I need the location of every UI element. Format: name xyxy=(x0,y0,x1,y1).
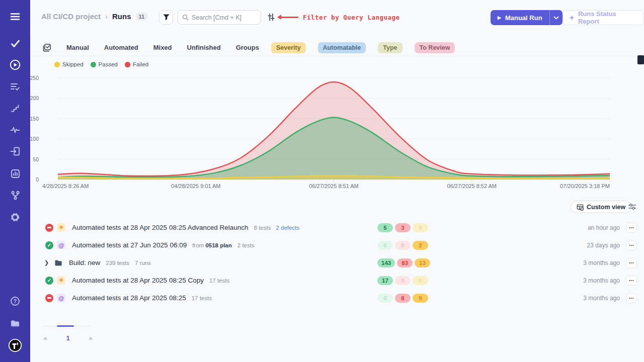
run-title: Automated tests at 28 Apr 2025 08:25 xyxy=(72,294,186,302)
x-tick-label: 06/27/2025 8:51 AM xyxy=(309,183,358,189)
divider xyxy=(30,56,644,56)
runs-list: ✳ Automated tests at 28 Apr 2025 08:25 A… xyxy=(42,219,637,307)
header: All CI/CD project › Runs 11 Filter by Qu… xyxy=(30,0,644,35)
tab-automated[interactable]: Automated xyxy=(104,44,138,51)
filter-badge-to-review[interactable]: To Review xyxy=(415,42,455,53)
run-meta: 7 runs xyxy=(135,260,151,266)
select-all-icon[interactable] xyxy=(42,43,51,52)
play-icon: ▶ xyxy=(498,15,501,20)
run-row[interactable]: ✳ Automated tests at 28 Apr 2025 08:25 A… xyxy=(42,219,637,236)
x-tick-label: 4/28/2025 8:26 AM xyxy=(42,183,89,189)
x-tick-label: 07/20/2025 3:18 PM xyxy=(560,183,610,189)
in-progress-icon: ✳ xyxy=(57,276,65,285)
more-actions-button[interactable]: ••• xyxy=(626,276,637,286)
run-meta: 239 tests xyxy=(106,260,129,266)
defects-link[interactable]: 2 defects xyxy=(276,225,299,231)
tests-check-icon[interactable] xyxy=(0,36,30,51)
run-row[interactable]: ✓ ✳ Automated tests at 28 Apr 2025 08:25… xyxy=(42,272,637,289)
analytics-chart-icon[interactable] xyxy=(0,166,30,181)
scrollbar-thumb[interactable] xyxy=(637,55,644,64)
run-row[interactable]: @ Automated tests at 28 Apr 2025 08:25 1… xyxy=(42,289,637,307)
run-from-plan: from 0518 plan xyxy=(192,242,232,248)
sidebar: ? xyxy=(0,0,30,362)
group-row[interactable]: ❯ Build: new 239 tests7 runs 1438313 3 m… xyxy=(42,254,637,272)
app-window: ? All CI/CD project › Runs 11 Filter by … xyxy=(0,0,644,362)
folder-icon xyxy=(54,259,62,266)
x-tick-label: 04/28/2025 9:01 AM xyxy=(171,183,220,189)
more-actions-button[interactable]: ••• xyxy=(626,223,637,233)
red-count-pill: 0 xyxy=(395,276,411,285)
import-icon[interactable] xyxy=(0,144,30,159)
y-tick-150: 150 xyxy=(30,116,39,122)
annotation: Filter by Query Language xyxy=(278,14,400,21)
chart-plot[interactable] xyxy=(58,77,610,183)
menu-icon[interactable] xyxy=(0,9,30,24)
run-title: Automated tests at 28 Apr 2025 08:25 Adv… xyxy=(72,224,249,231)
filter-badge-type[interactable]: Type xyxy=(378,42,402,53)
search-box[interactable] xyxy=(178,10,261,25)
pagination-divider xyxy=(42,326,91,326)
runs-chart: SkippedPassedFailed 050100150200250 4/28… xyxy=(42,59,610,194)
search-input[interactable] xyxy=(192,14,252,21)
projects-folder-icon[interactable] xyxy=(0,316,30,331)
y-tick-100: 100 xyxy=(30,136,39,142)
run-row[interactable]: ✓ @ Automated tests at 27 Jun 2025 06:09… xyxy=(42,236,637,254)
plans-list-check-icon[interactable] xyxy=(0,79,30,94)
y-tick-0: 0 xyxy=(36,176,39,183)
breadcrumb-separator: › xyxy=(105,13,108,21)
tab-groups[interactable]: Groups xyxy=(236,44,259,51)
manual-run-label: Manual Run xyxy=(505,14,542,22)
y-tick-250: 250 xyxy=(30,75,39,81)
tab-unfinished[interactable]: Unfinished xyxy=(187,44,221,51)
svg-text:?: ? xyxy=(14,298,17,304)
tab-mixed[interactable]: Mixed xyxy=(153,44,172,51)
green-count-pill: 0 xyxy=(377,294,393,303)
query-language-filter-icon[interactable] xyxy=(267,13,275,23)
list-settings-sliders-icon[interactable] xyxy=(628,203,636,212)
filter-badge-severity[interactable]: Severity xyxy=(271,42,306,53)
tabs-row: ManualAutomatedMixedUnfinishedGroupsSeve… xyxy=(30,39,644,56)
result-count-pills: 089 xyxy=(377,294,428,303)
yellow-count-pill: 0 xyxy=(413,223,428,232)
runs-play-icon[interactable] xyxy=(0,57,30,72)
breadcrumb-project[interactable]: All CI/CD project xyxy=(41,12,101,21)
legend-label: Failed xyxy=(133,61,148,67)
annotation-arrow-icon xyxy=(278,17,298,18)
manual-run-dropdown-button[interactable] xyxy=(549,10,562,25)
legend-item-failed: Failed xyxy=(125,61,148,67)
result-count-pills: 530 xyxy=(377,223,428,232)
in-progress-icon: ✳ xyxy=(57,223,65,232)
pagination-next-button[interactable]: » xyxy=(88,334,94,342)
app-logo[interactable] xyxy=(0,338,30,353)
settings-gear-icon[interactable] xyxy=(0,210,30,225)
run-timestamp: an hour ago xyxy=(588,224,620,231)
pagination: « 1 » xyxy=(42,326,103,342)
filter-badge-automatable[interactable]: Automatable xyxy=(318,42,366,53)
pagination-page-1[interactable]: 1 xyxy=(59,334,76,342)
more-actions-button[interactable]: ••• xyxy=(626,293,637,303)
manual-run-main[interactable]: ▶ Manual Run xyxy=(491,10,549,25)
status-passed-icon: ✓ xyxy=(45,277,53,285)
automated-run-icon: @ xyxy=(57,241,65,249)
result-count-pills: 1700 xyxy=(377,276,428,285)
steps-icon[interactable] xyxy=(0,101,30,116)
yellow-count-pill: 2 xyxy=(413,241,428,250)
red-count-pill: 8 xyxy=(395,294,411,303)
funnel-icon xyxy=(163,14,170,21)
manual-run-button[interactable]: ▶ Manual Run xyxy=(491,10,562,25)
tab-manual[interactable]: Manual xyxy=(66,44,89,51)
filter-funnel-button[interactable] xyxy=(159,10,173,25)
expand-chevron-icon[interactable]: ❯ xyxy=(44,259,50,266)
more-actions-button[interactable]: ••• xyxy=(626,258,637,268)
run-timestamp: 23 days ago xyxy=(587,242,620,249)
red-count-pill: 3 xyxy=(395,223,411,232)
runs-status-report-button[interactable]: ✦ Runs Status Report xyxy=(562,10,644,25)
branch-icon[interactable] xyxy=(0,188,30,203)
more-actions-button[interactable]: ••• xyxy=(626,240,637,250)
activity-pulse-icon[interactable] xyxy=(0,122,30,137)
help-icon[interactable]: ? xyxy=(0,294,30,309)
run-timestamp: 3 months ago xyxy=(583,277,620,284)
pagination-prev-button[interactable]: « xyxy=(42,334,48,342)
run-timestamp: 3 months ago xyxy=(583,259,620,266)
custom-view-button[interactable]: Custom view xyxy=(571,201,631,213)
